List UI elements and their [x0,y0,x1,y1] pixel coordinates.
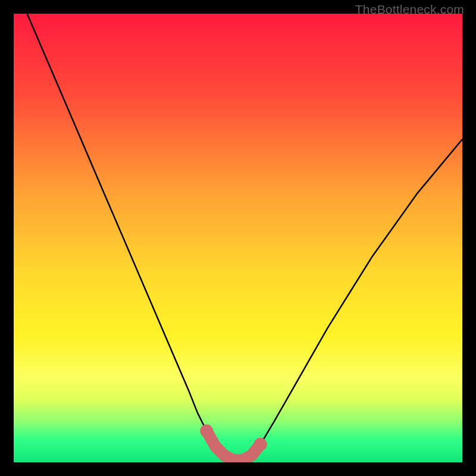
plot-area [14,14,462,462]
gradient-background [14,14,462,462]
chart-frame: TheBottleneck.com [0,0,476,476]
highlight-endpoint [254,438,267,451]
highlight-endpoint [200,424,213,437]
bottleneck-chart [14,14,462,462]
watermark-text: TheBottleneck.com [355,2,464,17]
